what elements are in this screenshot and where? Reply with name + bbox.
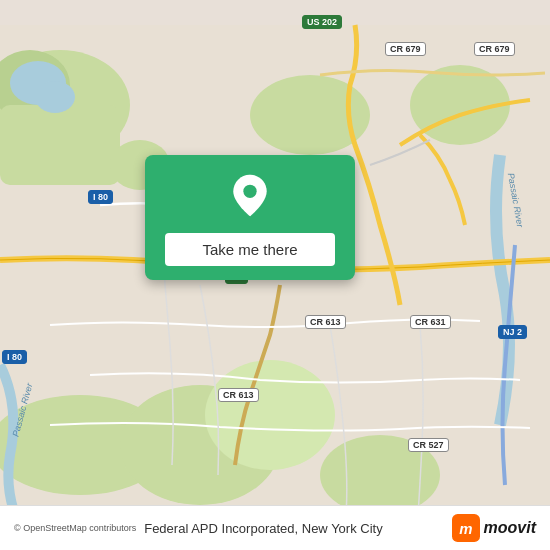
route-badge-nj2: NJ 2 <box>498 325 527 339</box>
svg-rect-3 <box>0 105 120 185</box>
bottom-left: © OpenStreetMap contributors <box>14 523 136 533</box>
location-card: Take me there <box>145 155 355 280</box>
moovit-icon: m <box>452 514 480 542</box>
moovit-logo: m moovit <box>452 514 536 542</box>
location-name-text: Federal APD Incorporated, <box>144 521 298 536</box>
svg-point-12 <box>35 81 75 113</box>
route-badge-cr631: CR 631 <box>410 315 451 329</box>
route-badge-cr679-2: CR 679 <box>474 42 515 56</box>
route-badge-cr613-1: CR 613 <box>305 315 346 329</box>
route-badge-cr527: CR 527 <box>408 438 449 452</box>
location-city-text: New York City <box>302 521 383 536</box>
route-badge-cr613-2: CR 613 <box>218 388 259 402</box>
location-info: Federal APD Incorporated, New York City <box>136 521 451 536</box>
moovit-text: moovit <box>484 519 536 537</box>
route-badge-i80-2: I 80 <box>2 350 27 364</box>
route-badge-us202: US 202 <box>302 15 342 29</box>
map-container: US 202 CR 679 CR 679 I 80 I 80 US CR 613… <box>0 0 550 550</box>
pin-icon <box>225 173 275 223</box>
take-me-there-button[interactable]: Take me there <box>165 233 335 266</box>
route-badge-i80-1: I 80 <box>88 190 113 204</box>
location-name: Federal APD Incorporated, New York City <box>144 521 382 536</box>
route-badge-cr679-1: CR 679 <box>385 42 426 56</box>
bottom-bar: © OpenStreetMap contributors Federal APD… <box>0 505 550 550</box>
copyright-text: © OpenStreetMap contributors <box>14 523 136 533</box>
svg-point-14 <box>243 185 256 198</box>
svg-text:m: m <box>459 520 472 537</box>
